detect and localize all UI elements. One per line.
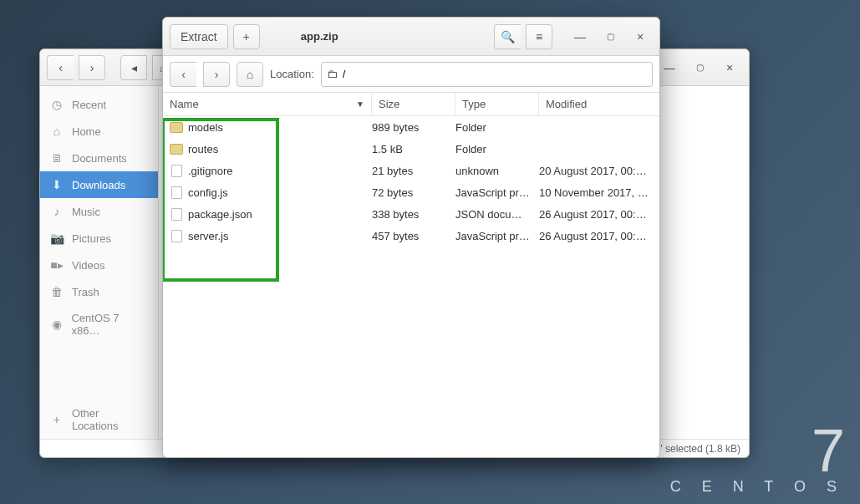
downloads-icon: ⬇: [50, 178, 64, 191]
nav-back-button[interactable]: ‹: [47, 55, 74, 80]
search-button[interactable]: 🔍: [494, 24, 521, 49]
file-name: routes: [188, 143, 218, 155]
archive-column-headers: Name ▼ Size Type Modified: [163, 93, 659, 116]
centos-7-x86--icon: ◉: [50, 318, 63, 331]
documents-icon: 🗎: [50, 151, 64, 165]
window-minimize-button[interactable]: —: [657, 61, 682, 74]
sidebar-other-locations[interactable]: +Other Locations: [40, 400, 158, 439]
hamburger-icon: ≡: [536, 30, 542, 43]
sidebar-item-label: Recent: [72, 99, 106, 111]
file-row[interactable]: .gitignore21 bytesunknown20 August 2017,…: [163, 160, 659, 181]
nav-forward-button[interactable]: ›: [79, 55, 105, 80]
sidebar-item-label: CentOS 7 x86…: [71, 312, 148, 337]
music-icon: ♪: [50, 205, 64, 218]
column-type[interactable]: Type: [455, 93, 539, 115]
location-input-wrapper[interactable]: 🗀: [321, 62, 653, 87]
file-type: JavaScript pr…: [455, 230, 539, 242]
column-size[interactable]: Size: [372, 93, 455, 115]
file-row[interactable]: routes1.5 kBFolder: [163, 138, 659, 160]
file-size: 1.5 kB: [372, 143, 455, 155]
file-type: JSON docu…: [455, 208, 539, 221]
sidebar-item-label: Trash: [72, 286, 99, 298]
sidebar-item-recent[interactable]: ◷Recent: [40, 91, 158, 118]
sidebar-item-label: Pictures: [72, 232, 111, 245]
file-type: JavaScript pr…: [455, 186, 539, 199]
window-minimize-button[interactable]: —: [567, 30, 593, 43]
window-maximize-button[interactable]: ▢: [687, 63, 712, 72]
file-type: Folder: [455, 121, 539, 134]
sidebar-item-downloads[interactable]: ⬇Downloads: [40, 171, 158, 198]
sidebar-item-trash[interactable]: 🗑Trash: [40, 278, 158, 305]
file-row[interactable]: server.js457 bytesJavaScript pr…26 Augus…: [163, 225, 659, 247]
sidebar-item-label: Documents: [72, 152, 127, 165]
sidebar-item-label: Videos: [72, 259, 105, 272]
sidebar-item-label: Downloads: [72, 179, 125, 191]
sort-indicator-icon: ▼: [356, 99, 364, 109]
sidebar-item-pictures[interactable]: 📷Pictures: [40, 225, 158, 252]
file-size: 989 bytes: [372, 121, 455, 134]
sidebar-item-centos-7-x86-[interactable]: ◉CentOS 7 x86…: [40, 305, 158, 344]
file-manager-sidebar: ◷Recent⌂Home🗎Documents⬇Downloads♪Music📷P…: [40, 86, 159, 439]
nav-home-button[interactable]: ⌂: [237, 62, 263, 87]
nav-forward-button[interactable]: ›: [203, 62, 230, 87]
hamburger-button[interactable]: ≡: [526, 24, 552, 49]
file-size: 72 bytes: [372, 186, 455, 199]
file-name: server.js: [188, 230, 228, 242]
file-icon: [170, 207, 183, 221]
file-type: Folder: [455, 143, 539, 155]
file-icon: [170, 186, 183, 199]
file-icon: [170, 229, 183, 242]
file-icon: [170, 164, 183, 177]
path-segment-root[interactable]: ◂: [120, 55, 147, 80]
file-name: models: [188, 121, 223, 134]
pictures-icon: 📷: [50, 232, 64, 245]
file-modified: 26 August 2017, 00:…: [539, 208, 659, 221]
location-input[interactable]: [343, 68, 647, 80]
home-icon: ⌂: [50, 125, 64, 138]
file-size: 457 bytes: [372, 230, 455, 242]
column-name[interactable]: Name ▼: [163, 93, 372, 115]
plus-icon: +: [242, 30, 249, 43]
archive-toolbar: ‹ › ⌂ Location: 🗀: [163, 56, 659, 93]
recent-icon: ◷: [50, 98, 64, 111]
window-close-button[interactable]: ×: [628, 30, 653, 43]
sidebar-item-label: Home: [72, 125, 101, 138]
folder-icon: 🗀: [327, 68, 338, 80]
sidebar-item-videos[interactable]: ■▸Videos: [40, 252, 158, 278]
file-size: 338 bytes: [372, 208, 455, 221]
archive-file-list: models989 bytesFolderroutes1.5 kBFolder.…: [163, 116, 659, 457]
sidebar-item-label: Music: [72, 206, 100, 218]
archive-header: Extract + app.zip 🔍 ≡ — ▢ ×: [163, 18, 659, 56]
sidebar-item-music[interactable]: ♪Music: [40, 198, 158, 225]
extract-button[interactable]: Extract: [170, 24, 228, 49]
status-text: " selected (1.8 kB): [659, 443, 740, 455]
folder-icon: [170, 142, 183, 155]
sidebar-item-documents[interactable]: 🗎Documents: [40, 145, 158, 171]
window-close-button[interactable]: ×: [717, 61, 742, 74]
nav-back-button[interactable]: ‹: [170, 62, 196, 87]
sidebar-item-home[interactable]: ⌂Home: [40, 118, 158, 145]
brand-name: C E N T O S: [670, 478, 845, 496]
file-type: unknown: [455, 165, 539, 177]
file-size: 21 bytes: [372, 165, 455, 177]
file-row[interactable]: package.json338 bytesJSON docu…26 August…: [163, 203, 659, 225]
home-icon: ⌂: [247, 68, 253, 81]
file-modified: 10 November 2017, …: [539, 186, 659, 199]
file-name: .gitignore: [188, 165, 232, 177]
add-button[interactable]: +: [233, 24, 260, 49]
videos-icon: ■▸: [50, 258, 64, 272]
file-row[interactable]: config.js72 bytesJavaScript pr…10 Novemb…: [163, 181, 659, 203]
archive-title: app.zip: [301, 30, 338, 43]
window-maximize-button[interactable]: ▢: [598, 32, 623, 41]
search-icon: 🔍: [501, 30, 515, 43]
file-name: config.js: [188, 186, 228, 199]
file-modified: 26 August 2017, 00:…: [539, 230, 659, 242]
file-row[interactable]: models989 bytesFolder: [163, 116, 659, 138]
file-modified: 20 August 2017, 00:…: [539, 165, 659, 177]
location-label: Location:: [270, 68, 314, 80]
sidebar-item-label: Other Locations: [72, 407, 148, 432]
file-name: package.json: [188, 208, 252, 221]
column-modified[interactable]: Modified: [539, 93, 659, 115]
trash-icon: 🗑: [50, 285, 64, 298]
plus-icon: +: [50, 413, 64, 426]
